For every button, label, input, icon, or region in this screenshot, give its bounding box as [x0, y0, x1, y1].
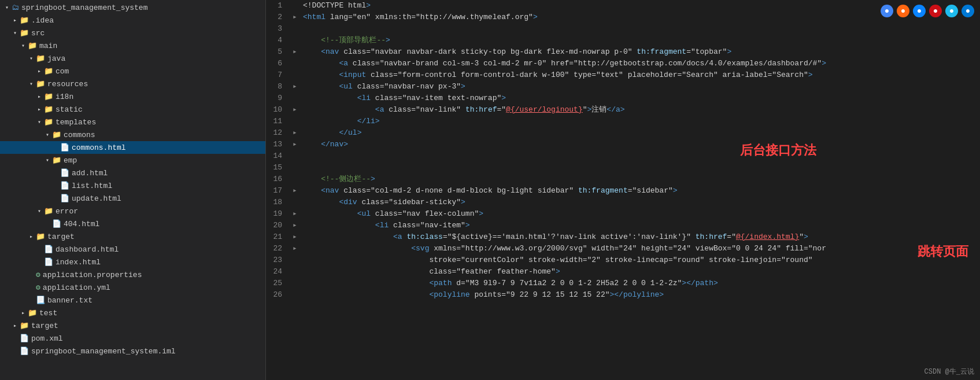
line-number: 12 [266, 127, 289, 139]
line-content: <ul class="nav flex-column"> [301, 208, 980, 220]
line-gutter [289, 116, 301, 127]
line-number: 23 [266, 254, 289, 266]
tree-item-iml[interactable]: 📄springboot_management_system.iml [0, 345, 265, 357]
line-number: 21 [266, 231, 289, 243]
line-gutter [289, 174, 301, 185]
line-number: 14 [266, 150, 289, 162]
line-content: <input class="form-control form-control-… [301, 69, 980, 81]
line-number: 19 [266, 208, 289, 220]
code-line: 19▸ <ul class="nav flex-column"> [266, 208, 980, 220]
tree-item-list-html[interactable]: 📄list.html [0, 179, 265, 192]
line-gutter [289, 197, 301, 208]
tree-item-pom-xml[interactable]: 📄pom.xml [0, 332, 265, 345]
line-content: <path d="M3 9l9-7 9 7v11a2 2 0 0 1-2 2H5… [301, 278, 980, 289]
edge-icon: ● [961, 5, 974, 17]
line-gutter [289, 0, 301, 12]
line-content: <svg xmlns="http://www.w3.org/2000/svg" … [301, 243, 980, 254]
line-content: </nav> [301, 139, 980, 150]
line-content: <li class="nav-item"> [301, 220, 980, 231]
tree-item-src[interactable]: ▾📁src [0, 27, 265, 39]
line-content: <!--侧边栏--> [301, 174, 980, 185]
code-line: 10▸ <a class="nav-link" th:href="@{/user… [266, 104, 980, 116]
line-number: 17 [266, 185, 289, 197]
line-gutter [289, 58, 301, 69]
code-line: 4 <!--顶部导航栏--> [266, 35, 980, 46]
line-number: 24 [266, 266, 289, 278]
line-gutter [289, 93, 301, 104]
line-content: class="feather feather-home"> [301, 266, 980, 278]
line-number: 6 [266, 58, 289, 69]
tree-item-application-props[interactable]: ⚙application.properties [0, 268, 265, 281]
tree-item-i18n[interactable]: ▸📁i18n [0, 90, 265, 103]
tree-item-templates[interactable]: ▾📁templates [0, 116, 265, 128]
file-tree: ▾🗂springboot_management_system▸📁.idea▾📁s… [0, 0, 266, 380]
line-gutter [289, 254, 301, 266]
line-gutter [289, 150, 301, 162]
code-line: 18 <div class="sidebar-sticky"> [266, 197, 980, 208]
code-line: 21▸ <a th:class="${active}=='main.html'?… [266, 231, 980, 243]
line-number: 9 [266, 93, 289, 104]
line-number: 2 [266, 12, 289, 23]
line-number: 22 [266, 243, 289, 254]
tree-item-idea[interactable]: ▸📁.idea [0, 14, 265, 27]
browser-icons: ● ● ● ● ● ● [881, 5, 974, 17]
code-line: 8▸ <ul class="navbar-nav px-3"> [266, 81, 980, 93]
tree-item-test[interactable]: ▸📁test [0, 307, 265, 319]
line-number: 18 [266, 197, 289, 208]
code-line: 6 <a class="navbar-brand col-sm-3 col-md… [266, 58, 980, 69]
line-number: 5 [266, 46, 289, 58]
code-line: 25 <path d="M3 9l9-7 9 7v11a2 2 0 0 1-2 … [266, 278, 980, 289]
firefox-icon: ● [897, 5, 909, 17]
line-gutter [289, 289, 301, 301]
tree-item-emp[interactable]: ▾📁emp [0, 154, 265, 167]
code-line: 26 <polyline points="9 22 9 12 15 12 15 … [266, 289, 980, 301]
line-gutter: ▸ [289, 127, 301, 139]
code-line: 16 <!--侧边栏--> [266, 174, 980, 185]
tree-item-java[interactable]: ▾📁java [0, 52, 265, 65]
line-gutter [289, 23, 301, 35]
tree-item-application-yml[interactable]: ⚙application.yml [0, 281, 265, 294]
line-number: 25 [266, 278, 289, 289]
watermark: CSDN @牛_云说 [924, 367, 974, 377]
line-number: 7 [266, 69, 289, 81]
tree-item-index-html[interactable]: 📄index.html [0, 256, 265, 268]
line-number: 1 [266, 0, 289, 12]
tree-item-banner-txt[interactable]: 📃banner.txt [0, 294, 265, 307]
line-content [301, 150, 980, 162]
line-gutter [289, 278, 301, 289]
line-content [301, 23, 980, 35]
code-line: 9 <li class="nav-item text-nowrap"> [266, 93, 980, 104]
code-content[interactable]: 1<!DOCTYPE html>2▸<html lang="en" xmlns:… [266, 0, 980, 380]
tree-item-com[interactable]: ▸📁com [0, 65, 265, 78]
line-number: 15 [266, 162, 289, 174]
code-line: 1<!DOCTYPE html> [266, 0, 980, 12]
tree-item-404-html[interactable]: 📄404.html [0, 217, 265, 230]
line-content: <div class="sidebar-sticky"> [301, 197, 980, 208]
line-number: 3 [266, 23, 289, 35]
tree-item-springboot[interactable]: ▾🗂springboot_management_system [0, 1, 265, 14]
tree-item-commons-html[interactable]: 📄commons.html [0, 141, 265, 154]
tree-item-commons[interactable]: ▾📁commons [0, 128, 265, 141]
tree-item-add-html[interactable]: 📄add.html [0, 167, 265, 179]
code-line: 22▸ <svg xmlns="http://www.w3.org/2000/s… [266, 243, 980, 254]
line-gutter [289, 162, 301, 174]
tree-item-update-html[interactable]: 📄update.html [0, 192, 265, 205]
tree-item-error[interactable]: ▾📁error [0, 205, 265, 217]
tree-item-target2[interactable]: ▸📁target [0, 319, 265, 332]
opera-icon: ● [929, 5, 942, 17]
line-content: <a class="nav-link" th:href="@{/user/log… [301, 104, 980, 116]
tree-item-resources[interactable]: ▾📁resources [0, 78, 265, 90]
tree-item-target[interactable]: ▸📁target [0, 230, 265, 243]
code-line: 20▸ <li class="nav-item"> [266, 220, 980, 231]
tree-item-static[interactable]: ▸📁static [0, 103, 265, 116]
line-gutter: ▸ [289, 185, 301, 197]
line-gutter [289, 266, 301, 278]
safari-icon: ● [913, 5, 926, 17]
tree-item-main[interactable]: ▾📁main [0, 39, 265, 52]
tree-item-dashboard-html[interactable]: 📄dashboard.html [0, 243, 265, 256]
chrome-icon: ● [881, 5, 893, 17]
code-line: 3 [266, 23, 980, 35]
line-content: <!--顶部导航栏--> [301, 35, 980, 46]
code-line: 24 class="feather feather-home"> [266, 266, 980, 278]
line-gutter: ▸ [289, 139, 301, 150]
